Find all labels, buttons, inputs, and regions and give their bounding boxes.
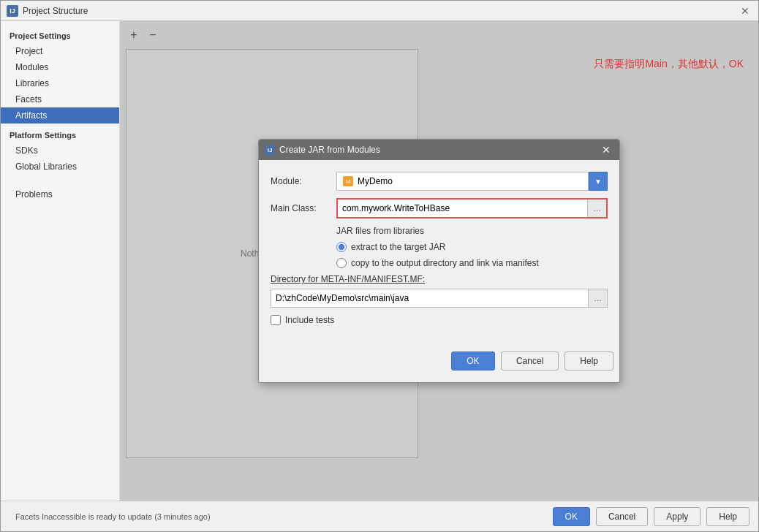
dialog-close-button[interactable]: ✕ [599,142,613,157]
radio-extract[interactable] [336,242,347,252]
include-tests-checkbox[interactable] [271,315,281,325]
dialog-ok-button[interactable]: OK [451,352,495,370]
platform-settings-title: Platform Settings [1,126,119,142]
module-select-wrapper: M MyDemo ▼ [336,172,608,191]
dialog-title-bar: IJ Create JAR from Modules ✕ [259,140,619,160]
include-tests-row: Include tests [271,315,608,325]
dialog-help-button[interactable]: Help [564,352,613,370]
dialog-icon: IJ [265,145,275,155]
radio-extract-label: extract to the target JAR [351,242,445,252]
help-button[interactable]: Help [706,507,749,526]
main-class-input-wrapper: … [336,198,608,218]
dialog-title-left: IJ Create JAR from Modules [265,145,380,155]
module-value: MyDemo [358,176,393,186]
window-close-button[interactable]: ✕ [738,4,752,18]
sidebar-item-sdks[interactable]: SDKs [1,142,119,159]
sidebar-item-project[interactable]: Project [1,43,119,59]
radio-extract-row: extract to the target JAR [336,242,608,252]
module-select-box[interactable]: M MyDemo [336,172,589,191]
dialog-footer: OK Cancel Help [259,349,619,382]
jar-files-label: JAR files from libraries [336,226,608,236]
main-class-browse-button[interactable]: … [587,200,606,217]
main-class-input[interactable] [338,200,587,217]
main-panel: + − Nothing to show IJ Create JAR from M… [120,21,758,501]
radio-group: extract to the target JAR copy to the ou… [336,242,608,268]
content-area: Project Settings Project Modules Librari… [1,21,758,501]
directory-row: … [271,289,608,308]
main-class-control: … [336,198,608,218]
status-text: Facets Inaccessible is ready to update (… [10,512,547,521]
directory-label: Directory for META-INF/MANIFEST.MF: [271,274,608,284]
title-bar-left: IJ Project Structure [7,5,88,17]
main-window: IJ Project Structure ✕ Project Settings … [0,0,759,532]
title-bar: IJ Project Structure ✕ [1,1,758,21]
app-icon: IJ [7,5,18,17]
main-class-label: Main Class: [271,203,336,213]
modal-overlay: IJ Create JAR from Modules ✕ Module: [120,21,758,501]
module-icon: M [343,176,353,186]
directory-input[interactable] [271,289,589,308]
cancel-button[interactable]: Cancel [596,507,648,526]
dialog-cancel-button[interactable]: Cancel [501,352,559,370]
module-row: Module: M MyDemo ▼ [271,172,608,191]
dialog-body: Module: M MyDemo ▼ [259,160,619,349]
sidebar-item-problems[interactable]: Problems [1,186,119,202]
module-control: M MyDemo ▼ [336,172,608,191]
sidebar-item-global-libraries[interactable]: Global Libraries [1,159,119,175]
sidebar-spacer [1,178,119,186]
window-title: Project Structure [23,6,88,16]
bottom-bar: Facets Inaccessible is ready to update (… [1,501,758,531]
dialog-title: Create JAR from Modules [279,145,380,155]
sidebar-item-libraries[interactable]: Libraries [1,75,119,91]
radio-copy[interactable] [336,258,347,268]
radio-copy-label: copy to the output directory and link vi… [351,258,539,268]
radio-copy-row: copy to the output directory and link vi… [336,258,608,268]
sidebar-item-modules[interactable]: Modules [1,59,119,75]
main-class-row: Main Class: … [271,198,608,218]
create-jar-dialog: IJ Create JAR from Modules ✕ Module: [258,139,620,383]
module-label: Module: [271,176,336,186]
ok-button[interactable]: OK [553,507,590,526]
project-settings-title: Project Settings [1,27,119,43]
annotation-text: 只需要指明Main，其他默认，OK [594,58,744,71]
sidebar-item-artifacts[interactable]: Artifacts [1,107,119,123]
sidebar: Project Settings Project Modules Librari… [1,21,120,501]
module-dropdown-button[interactable]: ▼ [589,172,608,191]
sidebar-item-facets[interactable]: Facets [1,91,119,107]
directory-browse-button[interactable]: … [589,289,608,308]
apply-button[interactable]: Apply [654,507,701,526]
include-tests-label: Include tests [285,315,334,325]
